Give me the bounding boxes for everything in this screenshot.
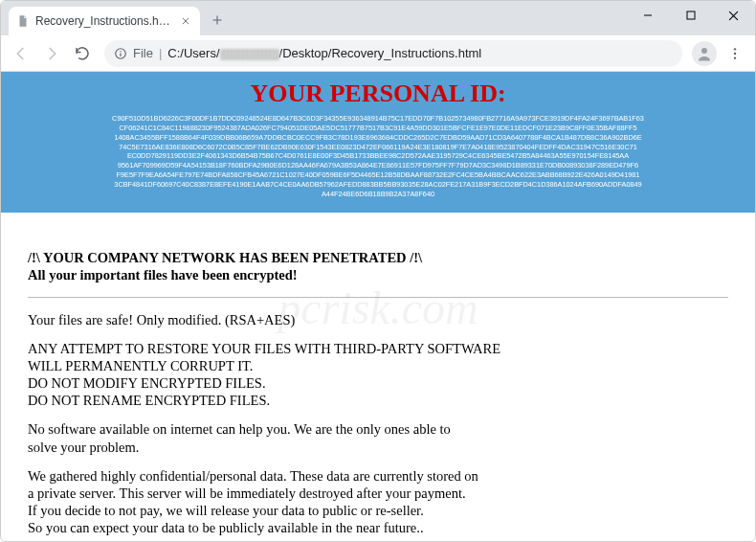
- svg-point-2: [120, 50, 121, 51]
- browser-tab[interactable]: Recovery_Instructions.html: [9, 7, 200, 35]
- close-window-button[interactable]: [712, 1, 755, 30]
- svg-rect-0: [687, 11, 695, 19]
- headline-2: All your important files have been encry…: [28, 266, 728, 283]
- headline-1: /!\ YOUR COMPANY NETWORK HAS BEEN PENETR…: [28, 249, 728, 266]
- info-icon[interactable]: [114, 47, 127, 60]
- svg-point-5: [734, 48, 736, 50]
- svg-rect-3: [120, 53, 121, 56]
- browser-window: Recovery_Instructions.html: [0, 0, 756, 542]
- svg-point-7: [734, 56, 736, 58]
- window-controls: [626, 1, 755, 30]
- forward-button[interactable]: [37, 39, 66, 68]
- svg-point-6: [734, 52, 736, 54]
- divider: [28, 297, 728, 298]
- toolbar: File | C:/Users//Desktop/Recovery_Instru…: [1, 35, 755, 72]
- personal-id-block: C90F510D51BD6226C3F00DF1B7DDC09248524E8D…: [12, 114, 744, 199]
- personal-id-banner: YOUR PERSONAL ID: C90F510D51BD6226C3F00D…: [1, 72, 755, 213]
- para-warning: ANY ATTEMPT TO RESTORE YOUR FILES WITH T…: [28, 340, 728, 410]
- titlebar: Recovery_Instructions.html: [1, 1, 755, 35]
- redacted-username: [220, 49, 279, 60]
- maximize-button[interactable]: [669, 1, 712, 30]
- banner-heading: YOUR PERSONAL ID:: [12, 79, 744, 108]
- file-icon: [16, 14, 30, 28]
- minimize-button[interactable]: [626, 1, 669, 30]
- close-icon[interactable]: [179, 14, 192, 28]
- svg-point-4: [701, 48, 707, 54]
- address-scheme: File: [133, 46, 153, 60]
- para-data: We gathered highly confidential/personal…: [28, 467, 728, 537]
- para-nosoftware: No software available on internet can he…: [28, 420, 728, 455]
- address-bar[interactable]: File | C:/Users//Desktop/Recovery_Instru…: [104, 40, 682, 67]
- ransom-note-body: /!\ YOUR COMPANY NETWORK HAS BEEN PENETR…: [1, 213, 755, 542]
- kebab-menu-icon[interactable]: [721, 39, 749, 68]
- reload-button[interactable]: [68, 39, 97, 68]
- page-content: YOUR PERSONAL ID: C90F510D51BD6226C3F00D…: [1, 72, 755, 542]
- address-path: C:/Users//Desktop/Recovery_Instructions.…: [167, 46, 481, 60]
- profile-avatar[interactable]: [692, 41, 717, 66]
- back-button[interactable]: [7, 39, 35, 68]
- tab-title: Recovery_Instructions.html: [35, 14, 173, 28]
- para-safe: Your files are safe! Only modified. (RSA…: [28, 311, 728, 328]
- new-tab-button[interactable]: [204, 7, 231, 34]
